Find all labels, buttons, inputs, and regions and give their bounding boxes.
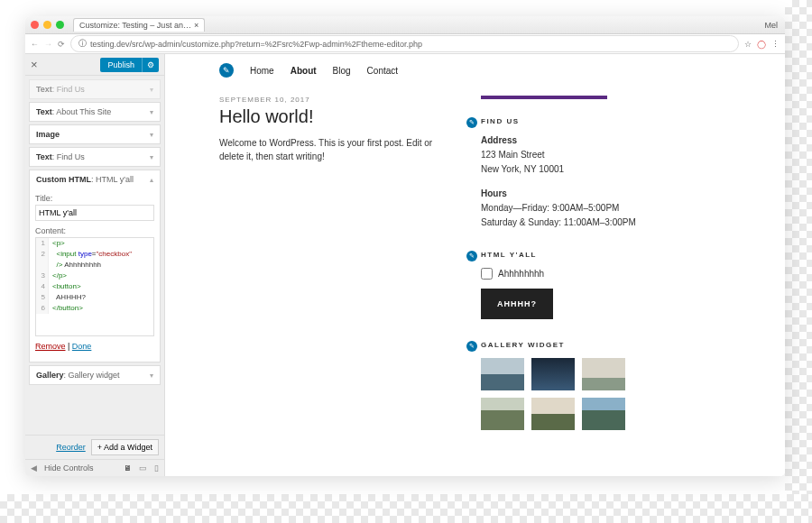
hours-label: Hours	[481, 188, 507, 198]
widget-html-yall: ✎ HTML Y'ALL Ahhhhhhhh AHHHH?	[481, 251, 661, 319]
collapse-icon[interactable]: ◀	[31, 463, 37, 473]
star-icon[interactable]: ☆	[744, 40, 752, 49]
tab-title: Customize: Testing – Just an…	[79, 21, 191, 30]
app-content: × Publish ⚙ Text: Find Us▾ Text: About T…	[25, 54, 785, 476]
transparency-bottom	[0, 494, 812, 523]
title-field-label: Title:	[35, 194, 154, 203]
widget-findus: ✎ FIND US Address 123 Main Street New Yo…	[481, 117, 661, 229]
checkbox-label: Ahhhhhhhh	[498, 269, 544, 279]
nav-contact[interactable]: Contact	[367, 66, 398, 76]
gallery-thumb[interactable]	[582, 398, 625, 430]
hours-line: Monday—Friday: 9:00AM–5:00PM	[481, 202, 661, 215]
chevron-down-icon: ▾	[150, 86, 153, 94]
url-bar: ← → ⟳ ⓘ testing.dev/src/wp-admin/customi…	[25, 34, 785, 54]
extension-icon[interactable]: ◯	[757, 40, 766, 49]
widget-gallery[interactable]: Gallery: Gallery widget▾	[29, 365, 161, 385]
site-preview: ✎ Home About Blog Contact SEPTEMBER 10, …	[165, 54, 785, 476]
content-field-label: Content:	[35, 226, 154, 235]
chevron-down-icon: ▾	[150, 108, 153, 116]
chevron-down-icon: ▾	[150, 131, 153, 139]
gallery-thumb[interactable]	[481, 398, 524, 430]
address-line: New York, NY 10001	[481, 163, 661, 176]
header-image	[481, 96, 607, 99]
address-line: 123 Main Street	[481, 149, 661, 161]
chevron-down-icon: ▾	[150, 153, 153, 161]
back-icon[interactable]: ←	[31, 40, 39, 49]
minimize-window-icon[interactable]	[43, 21, 51, 29]
chevron-down-icon: ▾	[150, 372, 153, 380]
edit-shortcut-icon[interactable]: ✎	[219, 63, 234, 78]
close-panel-icon[interactable]: ×	[31, 58, 38, 71]
edit-shortcut-icon[interactable]: ✎	[466, 341, 477, 352]
widget-text-findus[interactable]: Text: Find Us▾	[29, 79, 161, 99]
site-main: SEPTEMBER 10, 2017 Hello world! Welcome …	[165, 87, 785, 461]
tab-close-icon[interactable]: ×	[194, 21, 198, 30]
window-controls	[31, 21, 64, 29]
widget-text-about[interactable]: Text: About This Site▾	[29, 102, 161, 122]
gallery-thumb[interactable]	[582, 358, 625, 390]
forward-icon[interactable]: →	[44, 40, 52, 49]
nav-blog[interactable]: Blog	[333, 66, 351, 76]
widget-title: HTML Y'ALL	[481, 251, 661, 259]
checkbox-ahh[interactable]	[481, 268, 493, 280]
publish-settings-button[interactable]: ⚙	[142, 58, 159, 72]
device-preview: 🖥 ▭ ▯	[124, 463, 159, 473]
publish-group: Publish ⚙	[100, 58, 159, 72]
post-title[interactable]: Hello world!	[219, 106, 454, 127]
gallery-thumb[interactable]	[531, 358, 575, 390]
post-body: Welcome to WordPress. This is your first…	[219, 136, 454, 163]
desktop-icon[interactable]: 🖥	[124, 463, 132, 473]
widget-actions: Remove | Done	[35, 336, 154, 356]
reorder-link[interactable]: Reorder	[56, 443, 86, 452]
site-sidebar: ✎ FIND US Address 123 Main Street New Yo…	[481, 96, 661, 452]
window-titlebar: Customize: Testing – Just an… × Mel	[25, 16, 785, 34]
browser-window: Customize: Testing – Just an… × Mel ← → …	[25, 16, 785, 476]
widget-gallery-preview: ✎ GALLERY WIDGET	[481, 341, 661, 430]
transparency-right	[785, 0, 812, 494]
post-date: SEPTEMBER 10, 2017	[219, 96, 454, 104]
edit-shortcut-icon[interactable]: ✎	[466, 117, 477, 128]
widget-editor: Title: Content: 1<p> 2 <input type="chec…	[29, 188, 161, 362]
gallery-thumb[interactable]	[531, 398, 575, 430]
tablet-icon[interactable]: ▭	[139, 463, 147, 473]
post: SEPTEMBER 10, 2017 Hello world! Welcome …	[219, 96, 454, 452]
site-nav: ✎ Home About Blog Contact	[165, 54, 785, 87]
title-field[interactable]	[35, 205, 154, 221]
code-editor[interactable]: 1<p> 2 <input type="checkbox" /> Ahhhhhh…	[35, 237, 154, 336]
gallery-thumb[interactable]	[481, 358, 524, 390]
sidebar-footer: Reorder + Add a Widget ◀ Hide Controls 🖥…	[25, 435, 164, 476]
nav-about[interactable]: About	[291, 66, 317, 76]
customizer-sidebar: × Publish ⚙ Text: Find Us▾ Text: About T…	[25, 54, 165, 476]
remove-link[interactable]: Remove	[35, 342, 66, 351]
url-text: testing.dev/src/wp-admin/customize.php?r…	[90, 40, 422, 49]
hours-line: Saturday & Sunday: 11:00AM–3:00PM	[481, 216, 661, 229]
info-icon: ⓘ	[78, 38, 87, 50]
publish-button[interactable]: Publish	[100, 58, 142, 72]
close-window-icon[interactable]	[31, 21, 39, 29]
widget-text-findus2[interactable]: Text: Find Us▾	[29, 147, 161, 167]
sidebar-header: × Publish ⚙	[25, 54, 164, 76]
gallery-grid	[481, 358, 661, 430]
add-widget-button[interactable]: + Add a Widget	[91, 439, 159, 455]
edit-shortcut-icon[interactable]: ✎	[466, 251, 477, 262]
hide-controls-link[interactable]: Hide Controls	[44, 463, 94, 473]
browser-profile[interactable]: Mel	[764, 21, 778, 30]
widget-image[interactable]: Image▾	[29, 124, 161, 144]
mobile-icon[interactable]: ▯	[154, 463, 159, 473]
ahhhh-button[interactable]: AHHHH?	[481, 289, 553, 319]
browser-tab[interactable]: Customize: Testing – Just an… ×	[73, 18, 205, 32]
maximize-window-icon[interactable]	[56, 21, 64, 29]
done-link[interactable]: Done	[72, 342, 92, 351]
widget-title: FIND US	[481, 117, 661, 125]
widget-list: Text: Find Us▾ Text: About This Site▾ Im…	[25, 76, 164, 435]
address-bar[interactable]: ⓘ testing.dev/src/wp-admin/customize.php…	[70, 35, 739, 52]
widget-custom-html[interactable]: Custom HTML: HTML y'all▴	[29, 170, 161, 188]
menu-icon[interactable]: ⋮	[771, 40, 780, 49]
chevron-up-icon: ▴	[150, 176, 153, 184]
address-label: Address	[481, 135, 517, 145]
widget-title: GALLERY WIDGET	[481, 341, 661, 349]
nav-home[interactable]: Home	[250, 66, 274, 76]
reload-icon[interactable]: ⟳	[58, 40, 65, 49]
